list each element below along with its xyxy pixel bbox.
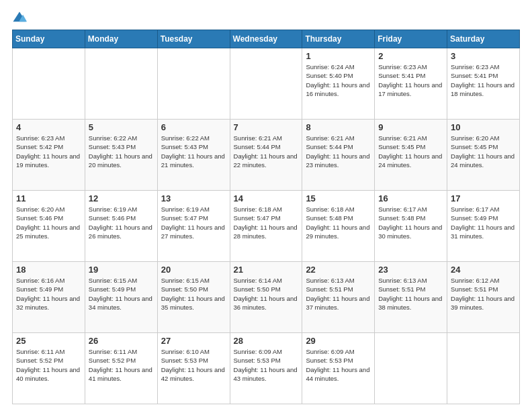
logo: [12, 11, 30, 26]
calendar-cell: 5Sunrise: 6:22 AM Sunset: 5:43 PM Daylig…: [85, 120, 157, 191]
top-section: [12, 11, 520, 26]
day-number: 19: [89, 265, 154, 275]
calendar-body: 1Sunrise: 6:24 AM Sunset: 5:40 PM Daylig…: [13, 48, 520, 404]
calendar-cell: 2Sunrise: 6:23 AM Sunset: 5:41 PM Daylig…: [375, 48, 447, 120]
day-info: Sunrise: 6:20 AM Sunset: 5:46 PM Dayligh…: [16, 205, 81, 240]
calendar-cell: 4Sunrise: 6:23 AM Sunset: 5:42 PM Daylig…: [13, 120, 85, 191]
weekday-header: Thursday: [302, 30, 375, 48]
day-number: 22: [306, 265, 371, 275]
calendar-cell: [157, 48, 230, 120]
day-info: Sunrise: 6:10 AM Sunset: 5:53 PM Dayligh…: [161, 347, 226, 383]
day-info: Sunrise: 6:19 AM Sunset: 5:46 PM Dayligh…: [89, 205, 154, 240]
day-number: 23: [378, 265, 443, 275]
day-number: 27: [161, 336, 226, 346]
calendar-cell: 9Sunrise: 6:21 AM Sunset: 5:45 PM Daylig…: [375, 120, 447, 191]
day-number: 3: [451, 51, 516, 61]
day-number: 10: [451, 122, 516, 132]
day-number: 11: [16, 193, 81, 203]
calendar-week-row: 18Sunrise: 6:16 AM Sunset: 5:49 PM Dayli…: [13, 262, 520, 333]
calendar-week-row: 4Sunrise: 6:23 AM Sunset: 5:42 PM Daylig…: [13, 120, 520, 191]
calendar-cell: 10Sunrise: 6:20 AM Sunset: 5:45 PM Dayli…: [447, 120, 520, 191]
day-number: 15: [306, 193, 371, 203]
calendar-cell: 25Sunrise: 6:11 AM Sunset: 5:52 PM Dayli…: [13, 333, 85, 404]
calendar-cell: 21Sunrise: 6:14 AM Sunset: 5:50 PM Dayli…: [230, 262, 302, 333]
logo-icon: [12, 11, 27, 26]
calendar-cell: 3Sunrise: 6:23 AM Sunset: 5:41 PM Daylig…: [447, 48, 520, 120]
calendar-cell: 16Sunrise: 6:17 AM Sunset: 5:48 PM Dayli…: [375, 191, 447, 262]
day-info: Sunrise: 6:17 AM Sunset: 5:48 PM Dayligh…: [378, 205, 443, 240]
weekday-header: Monday: [85, 30, 157, 48]
day-number: 2: [378, 51, 443, 61]
day-number: 14: [234, 193, 299, 203]
calendar-cell: 7Sunrise: 6:21 AM Sunset: 5:44 PM Daylig…: [230, 120, 302, 191]
day-number: 21: [234, 265, 299, 275]
calendar-cell: [13, 48, 85, 120]
day-info: Sunrise: 6:23 AM Sunset: 5:42 PM Dayligh…: [16, 134, 81, 169]
day-info: Sunrise: 6:13 AM Sunset: 5:51 PM Dayligh…: [306, 276, 371, 312]
day-info: Sunrise: 6:20 AM Sunset: 5:45 PM Dayligh…: [451, 134, 516, 169]
weekday-header: Saturday: [447, 30, 520, 48]
day-info: Sunrise: 6:22 AM Sunset: 5:43 PM Dayligh…: [89, 134, 154, 169]
day-info: Sunrise: 6:17 AM Sunset: 5:49 PM Dayligh…: [451, 205, 516, 240]
day-number: 8: [306, 122, 371, 132]
day-number: 24: [451, 265, 516, 275]
calendar-week-row: 1Sunrise: 6:24 AM Sunset: 5:40 PM Daylig…: [13, 48, 520, 120]
calendar-week-row: 25Sunrise: 6:11 AM Sunset: 5:52 PM Dayli…: [13, 333, 520, 404]
day-info: Sunrise: 6:18 AM Sunset: 5:47 PM Dayligh…: [234, 205, 299, 240]
calendar-cell: 14Sunrise: 6:18 AM Sunset: 5:47 PM Dayli…: [230, 191, 302, 262]
calendar-cell: 8Sunrise: 6:21 AM Sunset: 5:44 PM Daylig…: [302, 120, 375, 191]
day-info: Sunrise: 6:09 AM Sunset: 5:53 PM Dayligh…: [306, 347, 371, 383]
calendar-cell: [447, 333, 520, 404]
calendar-cell: 20Sunrise: 6:15 AM Sunset: 5:50 PM Dayli…: [157, 262, 230, 333]
day-number: 26: [89, 336, 154, 346]
calendar-cell: 19Sunrise: 6:15 AM Sunset: 5:49 PM Dayli…: [85, 262, 157, 333]
day-info: Sunrise: 6:16 AM Sunset: 5:49 PM Dayligh…: [16, 276, 81, 312]
day-info: Sunrise: 6:13 AM Sunset: 5:51 PM Dayligh…: [378, 276, 443, 312]
day-info: Sunrise: 6:21 AM Sunset: 5:44 PM Dayligh…: [234, 134, 299, 169]
calendar-cell: 15Sunrise: 6:18 AM Sunset: 5:48 PM Dayli…: [302, 191, 375, 262]
calendar-header: SundayMondayTuesdayWednesdayThursdayFrid…: [13, 30, 520, 48]
calendar-table: SundayMondayTuesdayWednesdayThursdayFrid…: [12, 30, 520, 404]
day-info: Sunrise: 6:18 AM Sunset: 5:48 PM Dayligh…: [306, 205, 371, 240]
weekday-header: Wednesday: [230, 30, 302, 48]
calendar-cell: 29Sunrise: 6:09 AM Sunset: 5:53 PM Dayli…: [302, 333, 375, 404]
day-info: Sunrise: 6:22 AM Sunset: 5:43 PM Dayligh…: [161, 134, 226, 169]
day-info: Sunrise: 6:23 AM Sunset: 5:41 PM Dayligh…: [378, 62, 443, 98]
day-info: Sunrise: 6:11 AM Sunset: 5:52 PM Dayligh…: [16, 347, 81, 383]
day-number: 17: [451, 193, 516, 203]
day-number: 12: [89, 193, 154, 203]
calendar-cell: 1Sunrise: 6:24 AM Sunset: 5:40 PM Daylig…: [302, 48, 375, 120]
day-number: 16: [378, 193, 443, 203]
calendar-cell: 17Sunrise: 6:17 AM Sunset: 5:49 PM Dayli…: [447, 191, 520, 262]
calendar-cell: 23Sunrise: 6:13 AM Sunset: 5:51 PM Dayli…: [375, 262, 447, 333]
day-info: Sunrise: 6:19 AM Sunset: 5:47 PM Dayligh…: [161, 205, 226, 240]
header-row: SundayMondayTuesdayWednesdayThursdayFrid…: [13, 30, 520, 48]
calendar-cell: 12Sunrise: 6:19 AM Sunset: 5:46 PM Dayli…: [85, 191, 157, 262]
day-number: 25: [16, 336, 81, 346]
calendar-week-row: 11Sunrise: 6:20 AM Sunset: 5:46 PM Dayli…: [13, 191, 520, 262]
calendar-cell: [230, 48, 302, 120]
calendar-cell: 26Sunrise: 6:11 AM Sunset: 5:52 PM Dayli…: [85, 333, 157, 404]
day-number: 29: [306, 336, 371, 346]
day-info: Sunrise: 6:21 AM Sunset: 5:45 PM Dayligh…: [378, 134, 443, 169]
calendar-cell: [375, 333, 447, 404]
day-number: 20: [161, 265, 226, 275]
day-info: Sunrise: 6:15 AM Sunset: 5:50 PM Dayligh…: [161, 276, 226, 312]
day-number: 4: [16, 122, 81, 132]
calendar-cell: 22Sunrise: 6:13 AM Sunset: 5:51 PM Dayli…: [302, 262, 375, 333]
day-number: 7: [234, 122, 299, 132]
day-info: Sunrise: 6:24 AM Sunset: 5:40 PM Dayligh…: [306, 62, 371, 98]
day-number: 1: [306, 51, 371, 61]
day-info: Sunrise: 6:21 AM Sunset: 5:44 PM Dayligh…: [306, 134, 371, 169]
weekday-header: Sunday: [13, 30, 85, 48]
day-info: Sunrise: 6:23 AM Sunset: 5:41 PM Dayligh…: [451, 62, 516, 98]
calendar-cell: 28Sunrise: 6:09 AM Sunset: 5:53 PM Dayli…: [230, 333, 302, 404]
calendar-cell: 13Sunrise: 6:19 AM Sunset: 5:47 PM Dayli…: [157, 191, 230, 262]
day-info: Sunrise: 6:11 AM Sunset: 5:52 PM Dayligh…: [89, 347, 154, 383]
calendar-cell: 18Sunrise: 6:16 AM Sunset: 5:49 PM Dayli…: [13, 262, 85, 333]
page: SundayMondayTuesdayWednesdayThursdayFrid…: [0, 0, 532, 411]
day-number: 28: [234, 336, 299, 346]
day-info: Sunrise: 6:14 AM Sunset: 5:50 PM Dayligh…: [234, 276, 299, 312]
calendar-cell: 27Sunrise: 6:10 AM Sunset: 5:53 PM Dayli…: [157, 333, 230, 404]
calendar-cell: 11Sunrise: 6:20 AM Sunset: 5:46 PM Dayli…: [13, 191, 85, 262]
